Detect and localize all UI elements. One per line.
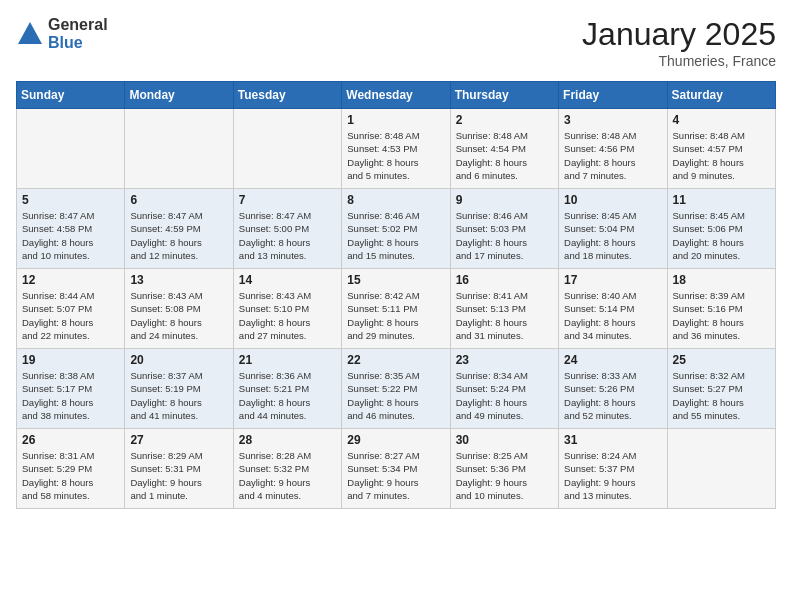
calendar-cell: [17, 109, 125, 189]
logo-text: General Blue: [48, 16, 108, 51]
calendar-cell: 16Sunrise: 8:41 AM Sunset: 5:13 PM Dayli…: [450, 269, 558, 349]
calendar-cell: 10Sunrise: 8:45 AM Sunset: 5:04 PM Dayli…: [559, 189, 667, 269]
calendar-cell: 24Sunrise: 8:33 AM Sunset: 5:26 PM Dayli…: [559, 349, 667, 429]
calendar-week-4: 19Sunrise: 8:38 AM Sunset: 5:17 PM Dayli…: [17, 349, 776, 429]
header-row: SundayMondayTuesdayWednesdayThursdayFrid…: [17, 82, 776, 109]
cell-info: Sunrise: 8:40 AM Sunset: 5:14 PM Dayligh…: [564, 289, 661, 342]
day-number: 8: [347, 193, 444, 207]
cell-info: Sunrise: 8:47 AM Sunset: 4:58 PM Dayligh…: [22, 209, 119, 262]
cell-info: Sunrise: 8:48 AM Sunset: 4:56 PM Dayligh…: [564, 129, 661, 182]
calendar-cell: 15Sunrise: 8:42 AM Sunset: 5:11 PM Dayli…: [342, 269, 450, 349]
calendar-cell: 28Sunrise: 8:28 AM Sunset: 5:32 PM Dayli…: [233, 429, 341, 509]
cell-info: Sunrise: 8:48 AM Sunset: 4:54 PM Dayligh…: [456, 129, 553, 182]
cell-info: Sunrise: 8:25 AM Sunset: 5:36 PM Dayligh…: [456, 449, 553, 502]
calendar-cell: 17Sunrise: 8:40 AM Sunset: 5:14 PM Dayli…: [559, 269, 667, 349]
day-number: 14: [239, 273, 336, 287]
cell-info: Sunrise: 8:47 AM Sunset: 4:59 PM Dayligh…: [130, 209, 227, 262]
cell-info: Sunrise: 8:38 AM Sunset: 5:17 PM Dayligh…: [22, 369, 119, 422]
day-number: 15: [347, 273, 444, 287]
day-number: 16: [456, 273, 553, 287]
day-number: 28: [239, 433, 336, 447]
cell-info: Sunrise: 8:48 AM Sunset: 4:53 PM Dayligh…: [347, 129, 444, 182]
day-number: 2: [456, 113, 553, 127]
cell-info: Sunrise: 8:44 AM Sunset: 5:07 PM Dayligh…: [22, 289, 119, 342]
logo: General Blue: [16, 16, 108, 51]
location: Thumeries, France: [582, 53, 776, 69]
day-number: 26: [22, 433, 119, 447]
calendar-cell: [233, 109, 341, 189]
logo-blue: Blue: [48, 34, 108, 52]
header-day-tuesday: Tuesday: [233, 82, 341, 109]
calendar-week-3: 12Sunrise: 8:44 AM Sunset: 5:07 PM Dayli…: [17, 269, 776, 349]
calendar-header: SundayMondayTuesdayWednesdayThursdayFrid…: [17, 82, 776, 109]
cell-info: Sunrise: 8:24 AM Sunset: 5:37 PM Dayligh…: [564, 449, 661, 502]
calendar-cell: 22Sunrise: 8:35 AM Sunset: 5:22 PM Dayli…: [342, 349, 450, 429]
calendar-cell: 3Sunrise: 8:48 AM Sunset: 4:56 PM Daylig…: [559, 109, 667, 189]
logo-icon: [16, 20, 44, 48]
calendar-cell: 26Sunrise: 8:31 AM Sunset: 5:29 PM Dayli…: [17, 429, 125, 509]
page-header: General Blue January 2025 Thumeries, Fra…: [16, 16, 776, 69]
calendar-cell: 29Sunrise: 8:27 AM Sunset: 5:34 PM Dayli…: [342, 429, 450, 509]
day-number: 7: [239, 193, 336, 207]
calendar-cell: 25Sunrise: 8:32 AM Sunset: 5:27 PM Dayli…: [667, 349, 775, 429]
calendar-cell: 2Sunrise: 8:48 AM Sunset: 4:54 PM Daylig…: [450, 109, 558, 189]
header-day-friday: Friday: [559, 82, 667, 109]
cell-info: Sunrise: 8:32 AM Sunset: 5:27 PM Dayligh…: [673, 369, 770, 422]
calendar-cell: 23Sunrise: 8:34 AM Sunset: 5:24 PM Dayli…: [450, 349, 558, 429]
calendar-cell: 21Sunrise: 8:36 AM Sunset: 5:21 PM Dayli…: [233, 349, 341, 429]
calendar-cell: 13Sunrise: 8:43 AM Sunset: 5:08 PM Dayli…: [125, 269, 233, 349]
calendar-cell: 19Sunrise: 8:38 AM Sunset: 5:17 PM Dayli…: [17, 349, 125, 429]
cell-info: Sunrise: 8:45 AM Sunset: 5:06 PM Dayligh…: [673, 209, 770, 262]
title-block: January 2025 Thumeries, France: [582, 16, 776, 69]
cell-info: Sunrise: 8:42 AM Sunset: 5:11 PM Dayligh…: [347, 289, 444, 342]
calendar-cell: 6Sunrise: 8:47 AM Sunset: 4:59 PM Daylig…: [125, 189, 233, 269]
calendar-cell: 18Sunrise: 8:39 AM Sunset: 5:16 PM Dayli…: [667, 269, 775, 349]
day-number: 21: [239, 353, 336, 367]
calendar-cell: 1Sunrise: 8:48 AM Sunset: 4:53 PM Daylig…: [342, 109, 450, 189]
cell-info: Sunrise: 8:29 AM Sunset: 5:31 PM Dayligh…: [130, 449, 227, 502]
day-number: 4: [673, 113, 770, 127]
logo-general: General: [48, 16, 108, 34]
calendar-body: 1Sunrise: 8:48 AM Sunset: 4:53 PM Daylig…: [17, 109, 776, 509]
calendar-cell: 30Sunrise: 8:25 AM Sunset: 5:36 PM Dayli…: [450, 429, 558, 509]
cell-info: Sunrise: 8:31 AM Sunset: 5:29 PM Dayligh…: [22, 449, 119, 502]
cell-info: Sunrise: 8:46 AM Sunset: 5:03 PM Dayligh…: [456, 209, 553, 262]
calendar-cell: 9Sunrise: 8:46 AM Sunset: 5:03 PM Daylig…: [450, 189, 558, 269]
svg-marker-0: [18, 22, 42, 44]
cell-info: Sunrise: 8:47 AM Sunset: 5:00 PM Dayligh…: [239, 209, 336, 262]
header-day-sunday: Sunday: [17, 82, 125, 109]
day-number: 30: [456, 433, 553, 447]
calendar-table: SundayMondayTuesdayWednesdayThursdayFrid…: [16, 81, 776, 509]
day-number: 1: [347, 113, 444, 127]
calendar-cell: 12Sunrise: 8:44 AM Sunset: 5:07 PM Dayli…: [17, 269, 125, 349]
calendar-cell: 20Sunrise: 8:37 AM Sunset: 5:19 PM Dayli…: [125, 349, 233, 429]
day-number: 31: [564, 433, 661, 447]
cell-info: Sunrise: 8:37 AM Sunset: 5:19 PM Dayligh…: [130, 369, 227, 422]
calendar-cell: [125, 109, 233, 189]
day-number: 18: [673, 273, 770, 287]
cell-info: Sunrise: 8:41 AM Sunset: 5:13 PM Dayligh…: [456, 289, 553, 342]
calendar-cell: 8Sunrise: 8:46 AM Sunset: 5:02 PM Daylig…: [342, 189, 450, 269]
header-day-thursday: Thursday: [450, 82, 558, 109]
cell-info: Sunrise: 8:35 AM Sunset: 5:22 PM Dayligh…: [347, 369, 444, 422]
cell-info: Sunrise: 8:27 AM Sunset: 5:34 PM Dayligh…: [347, 449, 444, 502]
cell-info: Sunrise: 8:46 AM Sunset: 5:02 PM Dayligh…: [347, 209, 444, 262]
calendar-cell: 31Sunrise: 8:24 AM Sunset: 5:37 PM Dayli…: [559, 429, 667, 509]
day-number: 13: [130, 273, 227, 287]
day-number: 9: [456, 193, 553, 207]
day-number: 10: [564, 193, 661, 207]
day-number: 3: [564, 113, 661, 127]
day-number: 19: [22, 353, 119, 367]
day-number: 17: [564, 273, 661, 287]
day-number: 6: [130, 193, 227, 207]
header-day-wednesday: Wednesday: [342, 82, 450, 109]
calendar-cell: [667, 429, 775, 509]
day-number: 25: [673, 353, 770, 367]
day-number: 22: [347, 353, 444, 367]
day-number: 23: [456, 353, 553, 367]
cell-info: Sunrise: 8:39 AM Sunset: 5:16 PM Dayligh…: [673, 289, 770, 342]
cell-info: Sunrise: 8:43 AM Sunset: 5:08 PM Dayligh…: [130, 289, 227, 342]
calendar-cell: 5Sunrise: 8:47 AM Sunset: 4:58 PM Daylig…: [17, 189, 125, 269]
day-number: 20: [130, 353, 227, 367]
month-title: January 2025: [582, 16, 776, 53]
